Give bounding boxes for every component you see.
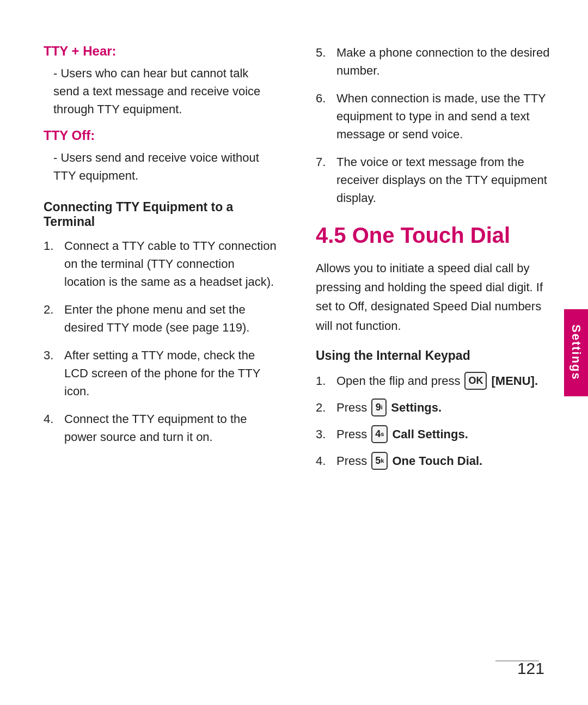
- step-num-4: 4.: [44, 410, 64, 446]
- right-step-7: 7. The voice or text message from the re…: [316, 153, 550, 207]
- kstep-text-3: Press 4s Call Settings.: [336, 425, 550, 443]
- tty-off-bullet: - Users send and receive voice without T…: [53, 149, 278, 185]
- step-num-5: 5.: [316, 44, 336, 79]
- keypad-step-4: 4. Press 5k One Touch Dial.: [316, 452, 550, 470]
- step-text-2: Enter the phone menu and set the desired…: [64, 301, 278, 336]
- kstep-text-2: Press 9i Settings.: [336, 399, 550, 416]
- kstep-prefix-4: Press: [336, 452, 367, 470]
- key-9-badge: 9i: [371, 399, 387, 416]
- kstep-suffix-3: Call Settings.: [392, 425, 468, 443]
- keypad-step-1: 1. Open the flip and press OK [MENU].: [316, 372, 550, 390]
- page: Settings TTY + Hear: - Users who can hea…: [0, 0, 588, 705]
- right-step-6: 6. When connection is made, use the TTY …: [316, 89, 550, 143]
- step-num-2: 2.: [44, 301, 64, 336]
- kstep-num-2: 2.: [316, 399, 336, 416]
- right-steps-list: 5. Make a phone connection to the desire…: [316, 44, 550, 207]
- step-text-3: After setting a TTY mode, check the LCD …: [64, 346, 278, 400]
- key-4-badge: 4s: [371, 425, 388, 443]
- internal-keypad-heading: Using the Internal Keypad: [316, 348, 550, 363]
- kstep-suffix-2: Settings.: [391, 399, 442, 416]
- tty-hear-bullet: - Users who can hear but cannot talk sen…: [53, 64, 278, 118]
- one-touch-intro: Allows you to initiate a speed dial call…: [316, 259, 550, 335]
- right-column: 5. Make a phone connection to the desire…: [310, 44, 550, 661]
- left-steps-list: 1. Connect a TTY cable to TTY connection…: [44, 237, 278, 446]
- step-num-1: 1.: [44, 237, 64, 291]
- step-text-5: Make a phone connection to the desired n…: [336, 44, 550, 79]
- step-text-1: Connect a TTY cable to TTY connection on…: [64, 237, 278, 291]
- key-ok-badge: OK: [464, 372, 487, 390]
- kstep-suffix-1: [MENU].: [491, 372, 538, 390]
- step-text-7: The voice or text message from the recei…: [336, 153, 550, 207]
- left-step-1: 1. Connect a TTY cable to TTY connection…: [44, 237, 278, 291]
- kstep-num-1: 1.: [316, 372, 336, 390]
- step-num-7: 7.: [316, 153, 336, 207]
- left-step-3: 3. After setting a TTY mode, check the L…: [44, 346, 278, 400]
- step-text-6: When connection is made, use the TTY equ…: [336, 89, 550, 143]
- right-step-5: 5. Make a phone connection to the desire…: [316, 44, 550, 79]
- kstep-num-4: 4.: [316, 452, 336, 470]
- step-num-6: 6.: [316, 89, 336, 143]
- kstep-prefix-1: Open the flip and press: [336, 372, 460, 390]
- left-step-4: 4. Connect the TTY equipment to the powe…: [44, 410, 278, 446]
- kstep-prefix-3: Press: [336, 425, 367, 443]
- tty-hear-heading: TTY + Hear:: [44, 44, 278, 59]
- sidebar-tab: Settings: [564, 309, 588, 396]
- kstep-text-4: Press 5k One Touch Dial.: [336, 452, 550, 470]
- left-column: TTY + Hear: - Users who can hear but can…: [44, 44, 289, 661]
- page-number: 121: [517, 659, 544, 678]
- keypad-step-3: 3. Press 4s Call Settings.: [316, 425, 550, 443]
- main-content: TTY + Hear: - Users who can hear but can…: [0, 0, 588, 705]
- keypad-steps-list: 1. Open the flip and press OK [MENU]. 2.…: [316, 372, 550, 470]
- step-text-4: Connect the TTY equipment to the power s…: [64, 410, 278, 446]
- left-step-2: 2. Enter the phone menu and set the desi…: [44, 301, 278, 336]
- kstep-suffix-4: One Touch Dial.: [392, 452, 482, 470]
- connecting-heading: Connecting TTY Equipment to a Terminal: [44, 200, 278, 229]
- key-5-badge: 5k: [371, 452, 388, 470]
- one-touch-heading: 4.5 One Touch Dial: [316, 223, 550, 248]
- kstep-text-1: Open the flip and press OK [MENU].: [336, 372, 550, 390]
- keypad-step-2: 2. Press 9i Settings.: [316, 399, 550, 416]
- step-num-3: 3.: [44, 346, 64, 400]
- kstep-num-3: 3.: [316, 425, 336, 443]
- kstep-prefix-2: Press: [336, 399, 367, 416]
- tty-off-heading: TTY Off:: [44, 128, 278, 143]
